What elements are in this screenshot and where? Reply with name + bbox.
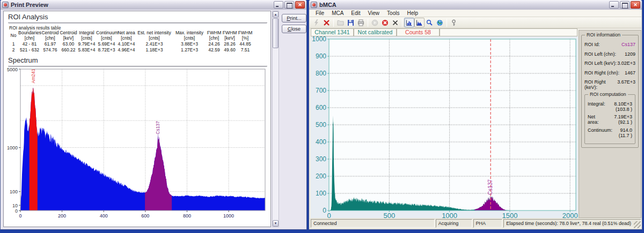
menu-item-help[interactable]: Help [403,10,422,16]
menu-item-edit[interactable]: Edit [347,10,364,16]
print-preview-titlebar[interactable]: Print Preview ✕ [1,0,306,10]
close-icon[interactable]: ✕ [631,1,640,9]
scroll-up-icon[interactable]: ▲ [273,11,279,18]
roi-table-cell: 3.88E+3 [173,41,206,47]
mca-spectrum-chart[interactable]: Cs13705001000150020000100200300400500600… [311,36,578,219]
y-tick-label: 5000 [7,67,18,72]
roi-table-cell: 1.27E+3 [173,47,206,52]
roi-field-label: ROI Left (keV): [584,61,617,66]
y-tick-label: 0 [323,207,326,214]
x-tick-label: 1000 [223,213,234,219]
preview-spectrum-chart: Am241Cs137020040060080010005000100010010… [5,65,270,227]
status-panel-0: Connected [311,219,435,228]
save-button[interactable] [346,18,356,27]
roi-table-cell: 49.60 [222,47,237,52]
roi-field-value: Cs137 [621,42,635,47]
window-title: Print Preview [11,2,274,8]
roi-table-header: Integral[cnts] [77,31,96,41]
roi-table-head: NoBoundaries[chn]Centroid[chn]Centroid[k… [9,31,253,41]
menu-bar: FileMCAEditViewToolsHelp [310,10,641,17]
print-button[interactable] [356,18,366,27]
close-icon[interactable]: ✕ [295,1,305,9]
disconnect-button[interactable] [321,18,332,27]
maximize-button[interactable] [284,1,294,9]
scroll-down-icon[interactable]: ▼ [273,220,279,227]
y-tick-label: 10 [12,203,18,208]
app-icon [2,2,9,8]
network-button[interactable] [435,18,445,27]
menu-item-view[interactable]: View [364,10,384,16]
clear-icon [392,19,399,26]
acquire-stop-button[interactable] [380,18,390,27]
roi-information-title: ROI information [585,32,622,37]
roi-field: ROI Id:Cs137 [584,42,635,47]
menu-item-tools[interactable]: Tools [383,10,403,16]
open-button [335,18,346,27]
roi-table-header: Est. net intensity[cnts] [136,31,173,41]
menu-item-mca[interactable]: MCA [328,10,347,16]
save-icon [347,19,354,26]
acquire-start-icon [371,19,378,26]
acquire-stop-icon [382,19,389,26]
roi-table-header: No [9,31,18,41]
minimize-button[interactable] [609,1,619,9]
view-histogram-button[interactable] [404,18,414,27]
roi-table-cell: 9.79E+4 [77,41,96,47]
y-tick-label: 300 [316,155,326,163]
print-preview-window: Print Preview ✕ ROI Analysis ROI analysi… [0,0,307,230]
calibration-key-button[interactable] [449,18,459,27]
info-panel-empty [440,28,577,36]
minimize-button[interactable] [274,1,283,9]
table-row: 142 - 8161.9763.009.79E+45.69E+44.10E+42… [9,41,253,47]
toolbar-separator [402,19,402,27]
y-tick-label: 100 [316,190,326,197]
resize-grip[interactable] [634,221,641,228]
menu-item-file[interactable]: File [312,10,328,16]
preview-scrollbar[interactable]: ▲ ▼ [272,11,279,227]
zoom-icon [426,19,433,26]
y-tick-label: 800 [316,70,326,77]
zoom-button[interactable] [425,18,435,27]
roi-table-header: Centroid[chn] [41,31,60,41]
window-title: bMCA [319,2,609,8]
roi-field-value: 1467 [625,70,635,76]
roi-field: Continuum:914.0 (11.7 ) [588,127,632,138]
roi-field-label: ROI Right (keV): [584,79,617,90]
roi-table-cell: 24.26 [206,41,222,47]
y-tick-label: 700 [316,87,326,94]
roi-field-label: ROI Id: [584,42,600,47]
view-log-button[interactable] [414,18,425,27]
roi-table-cell: 2 [9,47,18,52]
y-tick-label: 100 [10,189,18,194]
Am241-peak-label: Am241 [31,69,36,83]
scrollbar-thumb[interactable] [273,18,279,48]
roi-computation-fields: Integral:8.10E+3 (103.8 )Net area:7.19E+… [588,101,632,138]
roi-table-cell: 574.76 [41,47,60,52]
maximize-button[interactable] [620,1,630,9]
table-row: 2521 - 632574.76660.225.83E+48.72E+34.96… [9,47,253,52]
roi-table-header: FWHM[chn] [206,31,222,41]
y-tick-label: 200 [316,172,326,180]
status-panel-2: PHA [473,219,503,228]
roi-table-header: Max. intensity[cnts] [173,31,206,41]
toolbar-separator [368,19,368,27]
close-button[interactable]: Close [282,25,306,33]
roi-analysis-heading: ROI Analysis [8,13,267,23]
roi-table-header: Centroid[keV] [60,31,77,41]
roi-fields: ROI Id:Cs137ROI Left (chn):1209ROI Left … [584,42,635,90]
view-log-icon [416,19,423,26]
roi-field-label: ROI Right (chn): [584,70,619,76]
roi-table-cell: 521 - 632 [18,47,41,52]
preview-page: ROI Analysis ROI analysis results table … [3,11,271,227]
roi-field-label: Net area: [588,114,604,125]
toolbar-separator [333,19,334,27]
clear-button[interactable] [390,18,400,27]
x-tick-label: 200 [58,213,66,219]
roi-table-cell: 1.18E+3 [136,47,173,52]
x-tick-label: 800 [183,213,191,219]
disconnect-icon [323,19,330,26]
roi-field: ROI Left (keV):3.02E+3 [584,61,635,66]
print-button[interactable]: Print... [282,14,306,22]
bmca-titlebar[interactable]: bMCA ✕ [309,0,642,10]
info-panel-not-calibrated: Not calibrated [354,28,397,36]
